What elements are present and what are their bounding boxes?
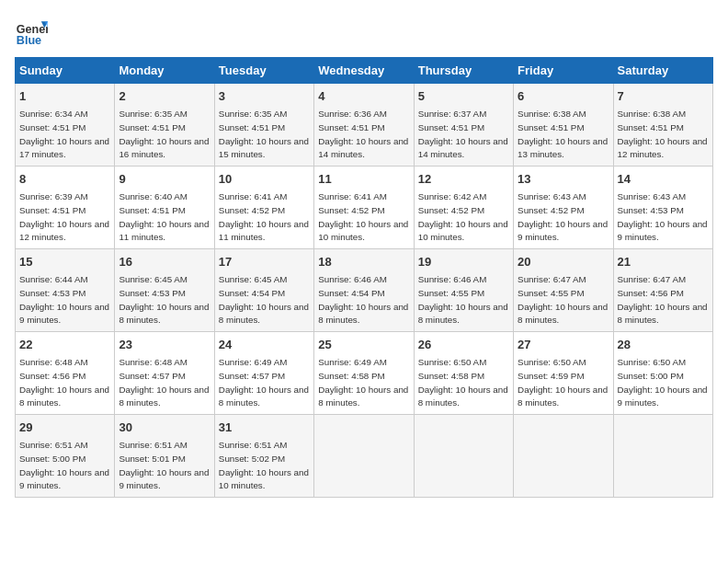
day-number: 28 — [618, 337, 709, 353]
calendar-cell — [514, 415, 613, 498]
day-detail: Sunrise: 6:38 AMSunset: 4:51 PMDaylight:… — [518, 109, 608, 159]
calendar-cell: 6Sunrise: 6:38 AMSunset: 4:51 PMDaylight… — [514, 84, 613, 167]
day-detail: Sunrise: 6:45 AMSunset: 4:54 PMDaylight:… — [219, 274, 309, 325]
header-sunday: Sunday — [16, 58, 115, 84]
calendar-cell: 4Sunrise: 6:36 AMSunset: 4:51 PMDaylight… — [314, 84, 414, 167]
day-number: 27 — [518, 337, 609, 353]
day-number: 6 — [518, 88, 609, 105]
day-detail: Sunrise: 6:50 AMSunset: 5:00 PMDaylight:… — [618, 357, 708, 408]
day-number: 13 — [518, 171, 609, 188]
day-detail: Sunrise: 6:48 AMSunset: 4:56 PMDaylight:… — [19, 357, 109, 408]
day-detail: Sunrise: 6:45 AMSunset: 4:53 PMDaylight:… — [119, 274, 209, 325]
day-detail: Sunrise: 6:44 AMSunset: 4:53 PMDaylight:… — [19, 274, 109, 325]
day-number: 30 — [119, 419, 210, 436]
day-number: 19 — [418, 254, 509, 270]
day-number: 20 — [518, 254, 609, 270]
day-detail: Sunrise: 6:43 AMSunset: 4:52 PMDaylight:… — [518, 191, 608, 242]
day-number: 7 — [618, 88, 709, 105]
calendar-week-5: 29Sunrise: 6:51 AMSunset: 5:00 PMDayligh… — [16, 415, 713, 498]
day-number: 24 — [219, 337, 310, 353]
day-detail: Sunrise: 6:51 AMSunset: 5:00 PMDaylight:… — [19, 440, 109, 490]
day-detail: Sunrise: 6:47 AMSunset: 4:55 PMDaylight:… — [518, 274, 608, 325]
day-number: 25 — [318, 337, 409, 353]
day-number: 16 — [119, 254, 210, 270]
calendar-cell — [314, 415, 414, 498]
calendar-cell: 25Sunrise: 6:49 AMSunset: 4:58 PMDayligh… — [314, 332, 414, 415]
calendar-cell: 2Sunrise: 6:35 AMSunset: 4:51 PMDaylight… — [115, 84, 214, 167]
day-detail: Sunrise: 6:40 AMSunset: 4:51 PMDaylight:… — [119, 191, 209, 242]
day-number: 5 — [418, 88, 509, 105]
day-number: 8 — [19, 171, 110, 188]
calendar-cell: 17Sunrise: 6:45 AMSunset: 4:54 PMDayligh… — [214, 249, 313, 332]
day-number: 17 — [219, 254, 310, 270]
day-number: 21 — [618, 254, 709, 270]
day-detail: Sunrise: 6:37 AMSunset: 4:51 PMDaylight:… — [418, 109, 508, 159]
svg-text:Blue: Blue — [17, 34, 41, 47]
calendar-cell: 22Sunrise: 6:48 AMSunset: 4:56 PMDayligh… — [16, 332, 115, 415]
day-number: 1 — [19, 88, 110, 105]
calendar-cell: 10Sunrise: 6:41 AMSunset: 4:52 PMDayligh… — [214, 167, 313, 249]
day-number: 22 — [19, 337, 110, 353]
day-detail: Sunrise: 6:50 AMSunset: 4:59 PMDaylight:… — [518, 357, 608, 408]
day-detail: Sunrise: 6:41 AMSunset: 4:52 PMDaylight:… — [219, 191, 309, 242]
calendar-cell: 20Sunrise: 6:47 AMSunset: 4:55 PMDayligh… — [514, 249, 613, 332]
calendar-cell: 19Sunrise: 6:46 AMSunset: 4:55 PMDayligh… — [414, 249, 513, 332]
calendar-cell: 13Sunrise: 6:43 AMSunset: 4:52 PMDayligh… — [514, 167, 613, 249]
calendar-cell: 1Sunrise: 6:34 AMSunset: 4:51 PMDaylight… — [16, 84, 115, 167]
header-wednesday: Wednesday — [314, 58, 414, 84]
day-number: 2 — [119, 88, 210, 105]
day-detail: Sunrise: 6:39 AMSunset: 4:51 PMDaylight:… — [19, 191, 109, 242]
day-detail: Sunrise: 6:49 AMSunset: 4:57 PMDaylight:… — [219, 357, 309, 408]
day-detail: Sunrise: 6:46 AMSunset: 4:55 PMDaylight:… — [418, 274, 508, 325]
calendar-cell: 24Sunrise: 6:49 AMSunset: 4:57 PMDayligh… — [214, 332, 313, 415]
logo: General Blue — [15, 15, 48, 48]
calendar-cell: 16Sunrise: 6:45 AMSunset: 4:53 PMDayligh… — [115, 249, 214, 332]
calendar-cell — [613, 415, 712, 498]
day-detail: Sunrise: 6:36 AMSunset: 4:51 PMDaylight:… — [318, 109, 408, 159]
calendar-table: SundayMondayTuesdayWednesdayThursdayFrid… — [15, 57, 713, 498]
day-number: 9 — [119, 171, 210, 188]
header-row: SundayMondayTuesdayWednesdayThursdayFrid… — [16, 58, 713, 84]
calendar-cell: 11Sunrise: 6:41 AMSunset: 4:52 PMDayligh… — [314, 167, 414, 249]
calendar-cell: 5Sunrise: 6:37 AMSunset: 4:51 PMDaylight… — [414, 84, 513, 167]
day-number: 18 — [318, 254, 409, 270]
calendar-cell: 18Sunrise: 6:46 AMSunset: 4:54 PMDayligh… — [314, 249, 414, 332]
header-tuesday: Tuesday — [214, 58, 313, 84]
calendar-cell: 14Sunrise: 6:43 AMSunset: 4:53 PMDayligh… — [613, 167, 712, 249]
calendar-week-3: 15Sunrise: 6:44 AMSunset: 4:53 PMDayligh… — [16, 249, 713, 332]
calendar-week-1: 1Sunrise: 6:34 AMSunset: 4:51 PMDaylight… — [16, 84, 713, 167]
day-number: 26 — [418, 337, 509, 353]
day-detail: Sunrise: 6:38 AMSunset: 4:51 PMDaylight:… — [618, 109, 708, 159]
page-header: General Blue — [15, 15, 713, 48]
logo-icon: General Blue — [15, 15, 48, 48]
day-detail: Sunrise: 6:35 AMSunset: 4:51 PMDaylight:… — [119, 109, 209, 159]
calendar-cell: 7Sunrise: 6:38 AMSunset: 4:51 PMDaylight… — [613, 84, 712, 167]
calendar-cell: 23Sunrise: 6:48 AMSunset: 4:57 PMDayligh… — [115, 332, 214, 415]
day-detail: Sunrise: 6:48 AMSunset: 4:57 PMDaylight:… — [119, 357, 209, 408]
day-detail: Sunrise: 6:34 AMSunset: 4:51 PMDaylight:… — [19, 109, 109, 159]
header-friday: Friday — [514, 58, 613, 84]
calendar-week-4: 22Sunrise: 6:48 AMSunset: 4:56 PMDayligh… — [16, 332, 713, 415]
day-number: 4 — [318, 88, 409, 105]
day-number: 15 — [19, 254, 110, 270]
day-detail: Sunrise: 6:35 AMSunset: 4:51 PMDaylight:… — [219, 109, 309, 159]
day-number: 3 — [219, 88, 310, 105]
day-number: 23 — [119, 337, 210, 353]
header-thursday: Thursday — [414, 58, 513, 84]
day-detail: Sunrise: 6:47 AMSunset: 4:56 PMDaylight:… — [618, 274, 708, 325]
calendar-cell: 29Sunrise: 6:51 AMSunset: 5:00 PMDayligh… — [16, 415, 115, 498]
day-detail: Sunrise: 6:41 AMSunset: 4:52 PMDaylight:… — [318, 191, 408, 242]
day-detail: Sunrise: 6:51 AMSunset: 5:01 PMDaylight:… — [119, 440, 209, 490]
calendar-cell: 30Sunrise: 6:51 AMSunset: 5:01 PMDayligh… — [115, 415, 214, 498]
day-detail: Sunrise: 6:43 AMSunset: 4:53 PMDaylight:… — [618, 191, 708, 242]
calendar-cell — [414, 415, 513, 498]
day-number: 11 — [318, 171, 409, 188]
calendar-cell: 26Sunrise: 6:50 AMSunset: 4:58 PMDayligh… — [414, 332, 513, 415]
header-saturday: Saturday — [613, 58, 712, 84]
calendar-cell: 3Sunrise: 6:35 AMSunset: 4:51 PMDaylight… — [214, 84, 313, 167]
calendar-cell: 15Sunrise: 6:44 AMSunset: 4:53 PMDayligh… — [16, 249, 115, 332]
day-number: 29 — [19, 419, 110, 436]
day-number: 12 — [418, 171, 509, 188]
day-detail: Sunrise: 6:46 AMSunset: 4:54 PMDaylight:… — [318, 274, 408, 325]
calendar-cell: 21Sunrise: 6:47 AMSunset: 4:56 PMDayligh… — [613, 249, 712, 332]
